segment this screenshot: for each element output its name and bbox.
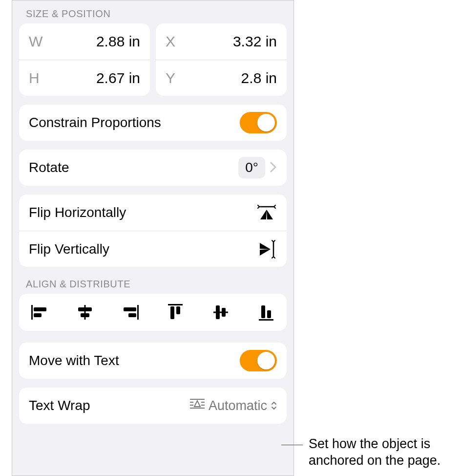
svg-rect-14 [222, 308, 226, 317]
x-row[interactable]: X 3.32 in [156, 23, 287, 60]
align-distribute-row [19, 294, 287, 331]
svg-rect-7 [124, 307, 136, 311]
dropdown-arrows-icon [271, 401, 277, 411]
move-with-text-label: Move with Text [29, 353, 119, 368]
align-right-button[interactable] [121, 303, 140, 322]
flip-horizontal-label: Flip Horizontally [29, 205, 126, 220]
svg-rect-9 [168, 304, 183, 305]
width-row[interactable]: W 2.88 in [19, 23, 150, 60]
svg-rect-16 [261, 305, 265, 318]
align-bottom-button[interactable] [256, 303, 276, 322]
align-center-h-button[interactable] [75, 303, 95, 322]
y-value: 2.8 in [185, 70, 277, 87]
rotate-row[interactable]: Rotate 0° [19, 150, 287, 186]
height-value: 2.67 in [48, 70, 140, 87]
move-with-text-row: Move with Text [19, 343, 287, 379]
chevron-right-icon [270, 160, 277, 175]
svg-rect-10 [170, 306, 174, 319]
height-row[interactable]: H 2.67 in [19, 60, 150, 96]
svg-rect-4 [78, 307, 92, 311]
constrain-label: Constrain Proportions [29, 115, 161, 130]
svg-rect-1 [34, 307, 46, 311]
svg-rect-13 [216, 305, 220, 319]
text-wrap-value: Automatic [209, 398, 267, 413]
align-center-v-button[interactable] [211, 303, 230, 322]
width-value: 2.88 in [48, 33, 140, 50]
arrange-panel: Size & Position W 2.88 in H 2.67 in X 3.… [12, 0, 294, 476]
callout-leader-line [281, 445, 303, 445]
x-value: 3.32 in [185, 33, 277, 50]
text-wrap-icon [190, 398, 205, 414]
text-wrap-row[interactable]: Text Wrap Automatic [19, 388, 287, 424]
constrain-proportions-row: Constrain Proportions [19, 105, 287, 141]
svg-rect-17 [267, 310, 271, 318]
svg-rect-5 [81, 313, 89, 317]
svg-rect-6 [137, 305, 139, 320]
svg-rect-2 [34, 313, 42, 317]
svg-rect-11 [176, 306, 180, 314]
svg-rect-0 [31, 305, 33, 320]
x-label: X [166, 33, 185, 50]
y-row[interactable]: Y 2.8 in [156, 60, 287, 96]
flip-vertical-icon [256, 240, 277, 259]
height-label: H [29, 70, 48, 87]
svg-rect-15 [259, 319, 273, 321]
constrain-toggle[interactable] [240, 112, 277, 133]
callout-text: Set how the object is anchored on the pa… [309, 436, 455, 469]
align-left-button[interactable] [30, 303, 49, 322]
svg-rect-12 [213, 312, 228, 313]
flip-vertical-label: Flip Vertically [29, 241, 109, 257]
svg-rect-8 [128, 313, 136, 317]
width-label: W [29, 33, 48, 50]
text-wrap-label: Text Wrap [29, 398, 90, 413]
align-distribute-header: Align & Distribute [19, 276, 287, 294]
flip-horizontal-icon [256, 205, 277, 220]
size-position-header: Size & Position [19, 5, 287, 23]
move-with-text-toggle[interactable] [240, 350, 277, 371]
flip-horizontal-row[interactable]: Flip Horizontally [19, 195, 287, 231]
rotate-label: Rotate [29, 160, 69, 175]
svg-rect-3 [84, 305, 85, 320]
y-label: Y [166, 70, 185, 87]
rotate-value: 0° [238, 157, 265, 178]
align-top-button[interactable] [166, 303, 185, 322]
size-position-group: W 2.88 in H 2.67 in X 3.32 in Y 2.8 in [19, 23, 287, 96]
flip-vertical-row[interactable]: Flip Vertically [19, 231, 287, 267]
